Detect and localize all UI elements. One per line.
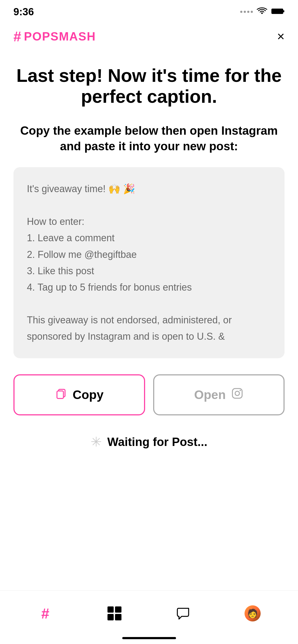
caption-preview-box: It's giveaway time! 🙌 🎉 How to enter: 1.… bbox=[13, 167, 285, 358]
copy-button[interactable]: Copy bbox=[13, 374, 145, 415]
caption-line-7: This giveaway is not endorsed, administe… bbox=[27, 312, 271, 345]
hash-nav-icon: # bbox=[41, 605, 49, 622]
user-avatar: 🧑 bbox=[245, 605, 261, 621]
open-button-label: Open bbox=[194, 387, 226, 402]
grid-nav-icon bbox=[107, 606, 121, 620]
copy-button-label: Copy bbox=[73, 387, 103, 402]
app-header: # POPSMASH × bbox=[0, 24, 298, 49]
nav-item-avatar[interactable]: 🧑 bbox=[218, 605, 287, 621]
home-indicator bbox=[122, 637, 176, 639]
svg-point-6 bbox=[240, 390, 241, 391]
page-subheadline: Copy the example below then open Instagr… bbox=[13, 123, 285, 153]
close-button[interactable]: × bbox=[277, 30, 285, 43]
main-content: Last step! Now it's time for the perfect… bbox=[0, 49, 298, 474]
svg-point-5 bbox=[235, 391, 239, 396]
caption-line-6: 4. Tag up to 5 friends for bonus entries bbox=[27, 279, 271, 295]
caption-line-5: 3. Like this post bbox=[27, 263, 271, 279]
page-headline: Last step! Now it's time for the perfect… bbox=[13, 65, 285, 107]
bottom-navigation: # 🧑 bbox=[0, 590, 298, 644]
chat-nav-icon bbox=[176, 606, 191, 621]
signal-icon bbox=[240, 11, 253, 13]
open-instagram-button[interactable]: Open bbox=[153, 374, 285, 415]
action-buttons: Copy Open bbox=[13, 374, 285, 415]
caption-line-3: 1. Leave a comment bbox=[27, 230, 271, 246]
loading-spinner: ✳ bbox=[91, 434, 102, 450]
caption-line-1: It's giveaway time! 🙌 🎉 bbox=[27, 181, 271, 197]
caption-line-4: 2. Follow me @thegiftbae bbox=[27, 246, 271, 263]
waiting-section: ✳ Waiting for Post... bbox=[13, 434, 285, 450]
svg-rect-3 bbox=[57, 391, 63, 398]
status-icons bbox=[240, 7, 285, 16]
svg-rect-1 bbox=[283, 10, 284, 12]
status-bar: 9:36 bbox=[0, 0, 298, 21]
status-time: 9:36 bbox=[13, 6, 34, 18]
waiting-text: Waiting for Post... bbox=[107, 435, 207, 449]
wifi-icon bbox=[257, 7, 267, 16]
logo-text: POPSMASH bbox=[24, 30, 96, 43]
nav-item-grid[interactable] bbox=[80, 606, 149, 620]
battery-icon bbox=[271, 8, 285, 16]
copy-icon bbox=[55, 387, 67, 402]
app-logo: # POPSMASH bbox=[13, 30, 96, 43]
logo-hash: # bbox=[13, 30, 21, 43]
instagram-icon bbox=[231, 387, 243, 402]
svg-rect-0 bbox=[271, 9, 283, 14]
caption-text: It's giveaway time! 🙌 🎉 How to enter: 1.… bbox=[27, 181, 271, 345]
caption-line-2: How to enter: bbox=[27, 213, 271, 230]
nav-item-chat[interactable] bbox=[149, 606, 218, 621]
nav-item-hash[interactable]: # bbox=[11, 605, 80, 622]
